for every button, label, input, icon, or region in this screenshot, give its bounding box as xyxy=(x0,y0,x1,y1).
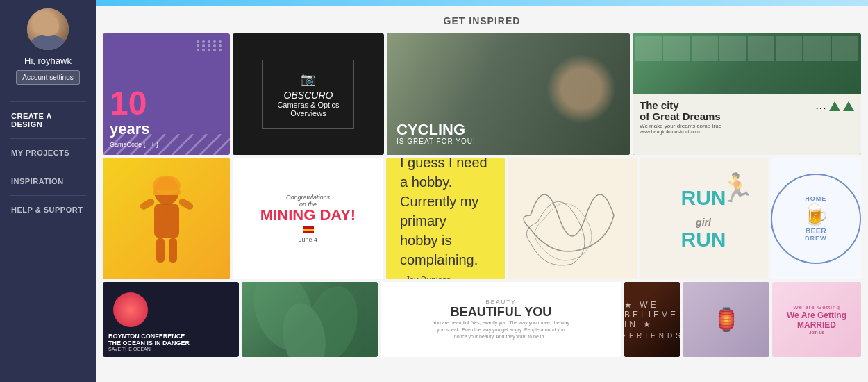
miner-svg xyxy=(125,170,208,267)
married-header: We are Getting xyxy=(793,304,840,310)
card-leaves[interactable] xyxy=(242,282,378,357)
card-beer[interactable]: HOME 🍺 BEER BREW xyxy=(771,158,862,279)
svg-rect-10 xyxy=(154,204,179,238)
card-run[interactable]: 🏃 RUNgirlRUN xyxy=(640,158,768,279)
nav-divider xyxy=(10,101,86,102)
cards-row-3: BOYNTON CONFERENCETHE OCEAN IS IN DANGER… xyxy=(103,282,861,357)
miner-figure xyxy=(110,165,223,272)
beer-circle: HOME 🍺 BEER BREW xyxy=(771,174,861,264)
married-title: We Are GettingMARRIED xyxy=(787,310,846,330)
obscuro-sub2: Overviews xyxy=(277,109,339,117)
card-gamecode[interactable]: 10 years GameCode { ++ } xyxy=(103,33,230,155)
mining-day-date: June 4 xyxy=(299,236,317,243)
beer-brew-label: BREW xyxy=(805,235,827,242)
mining-day-title: MINING DAY! xyxy=(260,208,356,223)
city-symbols: ⋯ xyxy=(815,101,854,115)
card-city[interactable]: ⋯ The cityof Great Dreams We make your d… xyxy=(633,33,861,155)
triangle-icon xyxy=(829,101,840,111)
cycling-text: CYCLING IS GREAT FOR YOU! xyxy=(397,122,476,145)
ten-number: 10 xyxy=(110,87,223,120)
svg-rect-12 xyxy=(177,197,194,211)
sidebar-item-create-design[interactable]: CREATE A DESIGN xyxy=(0,105,96,135)
congrats-text: Congratulations xyxy=(286,194,330,201)
card-beauty[interactable]: BEAUTY BEAUTIFUL YOU You are beautiful. … xyxy=(381,282,621,357)
card-obscuro[interactable]: 📷 OBSCURO Cameras & Optics Overviews xyxy=(233,33,384,155)
beer-mug-icon: 🍺 xyxy=(803,202,828,226)
city-buildings xyxy=(633,33,861,64)
avatar-image xyxy=(27,8,69,50)
diagonal-lines-svg xyxy=(103,134,230,155)
svg-rect-11 xyxy=(139,197,156,211)
obscuro-box: 📷 OBSCURO Cameras & Optics Overviews xyxy=(262,60,353,129)
cycling-sub-text: IS GREAT FOR YOU! xyxy=(397,138,476,145)
obscuro-title: OBSCURO xyxy=(277,90,339,101)
boynton-circle xyxy=(113,292,148,327)
lantern-icon: 🏮 xyxy=(712,306,740,333)
cards-container: 10 years GameCode { ++ } � xyxy=(96,33,868,364)
beauty-title: BEAUTIFUL YOU xyxy=(451,305,551,319)
boynton-title: BOYNTON CONFERENCETHE OCEAN IS IN DANGER xyxy=(108,333,233,347)
hobby-content: I guess I need a hobby.Currently my prim… xyxy=(400,158,491,279)
card-scribble[interactable] xyxy=(508,158,637,279)
city-aerial-view xyxy=(633,33,861,94)
card-eco[interactable]: ★ WE BELIEVE IN ★ ECO·FRIENDSHIP xyxy=(624,282,680,357)
card-hobby[interactable]: I guess I need a hobby.Currently my prim… xyxy=(386,158,505,279)
triangle-icon-2 xyxy=(843,101,854,111)
card-married[interactable]: We are Getting We Are GettingMARRIED Joi… xyxy=(772,282,861,357)
svg-rect-16 xyxy=(153,190,181,195)
beauty-body: You are beautiful. Yes, exactly you. The… xyxy=(432,319,571,340)
card-cycling[interactable]: CYCLING IS GREAT FOR YOU! xyxy=(387,33,630,155)
account-settings-button[interactable]: Account settings xyxy=(16,70,79,85)
beauty-category-label: BEAUTY xyxy=(485,299,516,305)
runner-icon: 🏃 xyxy=(719,172,754,204)
nav-divider-4 xyxy=(10,195,86,196)
greeting: Hi, royhawk xyxy=(24,56,72,66)
nav-divider-2 xyxy=(10,138,86,139)
hobby-quote: I guess I need a hobby.Currently my prim… xyxy=(400,158,491,269)
cards-row-2: Congratulations on the MINING DAY! June … xyxy=(103,158,861,279)
sidebar-item-help-support[interactable]: HELP & SUPPORT xyxy=(0,199,96,221)
city-url: www.bangkokconstruct.com xyxy=(640,129,854,134)
avatar xyxy=(27,8,69,50)
dots-decoration xyxy=(197,40,223,51)
main-content: GET INSPIRED 10 years GameCode { ++ } xyxy=(96,0,868,382)
run-girl-text: girl xyxy=(696,217,711,228)
sidebar: Hi, royhawk Account settings CREATE A DE… xyxy=(0,0,96,382)
card-miner[interactable] xyxy=(103,158,230,279)
city-bottom-panel: ⋯ The cityof Great Dreams We make your d… xyxy=(633,94,861,156)
scribble-svg xyxy=(510,160,635,278)
beer-text: BEER xyxy=(805,226,826,235)
cycling-hand xyxy=(546,54,616,124)
flag-spain xyxy=(303,226,314,233)
card-mining-day[interactable]: Congratulations on the MINING DAY! June … xyxy=(233,158,383,279)
eco-line1: ★ WE BELIEVE IN ★ xyxy=(624,300,680,329)
cycling-main-text: CYCLING xyxy=(397,122,476,138)
leaves-svg xyxy=(242,282,378,357)
card-lantern[interactable]: 🏮 xyxy=(683,282,769,357)
camera-icon: 📷 xyxy=(277,72,339,87)
get-inspired-header: GET INSPIRED xyxy=(96,6,868,33)
sidebar-item-my-projects[interactable]: MY PROJECTS xyxy=(0,142,96,164)
hobby-author: - Jay Duplass xyxy=(400,275,491,280)
card-boynton[interactable]: BOYNTON CONFERENCETHE OCEAN IS IN DANGER… xyxy=(103,282,239,357)
beer-home-label: HOME xyxy=(805,195,826,202)
married-sub: Join us xyxy=(809,330,824,335)
boynton-sub: SAVE THE OCEAN! xyxy=(108,347,233,351)
top-banner xyxy=(96,0,868,6)
sidebar-item-inspiration[interactable]: INSPIRATION xyxy=(0,170,96,192)
nav-divider-3 xyxy=(10,167,86,167)
svg-rect-13 xyxy=(156,238,165,263)
svg-rect-14 xyxy=(169,238,177,263)
obscuro-sub1: Cameras & Optics xyxy=(277,101,339,109)
cards-row-1: 10 years GameCode { ++ } � xyxy=(103,33,861,155)
eco-line2: ECO·FRIENDSHIP xyxy=(624,332,680,340)
city-tagline: We make your dreams come true xyxy=(640,123,854,129)
flags xyxy=(303,226,314,233)
